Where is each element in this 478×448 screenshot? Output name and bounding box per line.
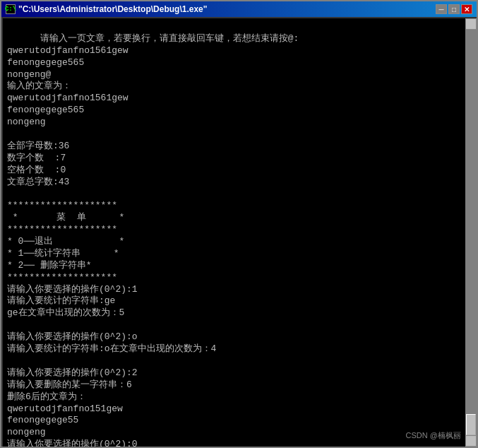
- scrollbar[interactable]: ▲ ▼: [465, 18, 477, 447]
- console-line-25: 请输入你要选择的操作(0^2):2: [7, 367, 138, 378]
- scroll-up-button[interactable]: ▲: [465, 18, 477, 30]
- title-bar-left: C:\ "C:\Users\Administrator\Desktop\Debu…: [6, 4, 207, 14]
- app-icon: C:\: [6, 4, 16, 14]
- maximize-button[interactable]: □: [448, 4, 460, 14]
- console-line-13: ********************: [7, 200, 117, 211]
- close-button[interactable]: ✕: [461, 4, 472, 14]
- console-line-3: fenongegege565: [7, 57, 84, 68]
- console-line-19: ********************: [7, 272, 117, 283]
- console-line-16: * 0──退出 *: [7, 236, 124, 247]
- console-line-11: 空格个数 :0: [7, 165, 66, 175]
- scroll-thumb[interactable]: [466, 414, 476, 435]
- console-line-6: qwerutodjfanfno1561gew: [7, 93, 129, 103]
- console-line-12: 文章总字数:43: [7, 177, 69, 187]
- scroll-down-button[interactable]: ▼: [465, 435, 477, 447]
- scroll-track[interactable]: [465, 30, 477, 435]
- window-title: "C:\Users\Administrator\Desktop\Debug\1.…: [18, 4, 207, 14]
- console-line-20: 请输入你要选择的操作(0^2):1: [7, 284, 138, 295]
- console-line-26: 请输入要删除的某一字符串：6: [7, 379, 132, 390]
- console-line-14: * 菜 单 *: [7, 212, 124, 223]
- console-line-15: ********************: [7, 224, 117, 235]
- console-line-23: 请输入你要选择的操作(0^2):o: [7, 331, 138, 342]
- console-line-29: fenongegege55: [7, 415, 78, 425]
- console-output: 请输入一页文章，若要换行，请直接敲回车键，若想结束请按@: qwerutodjf…: [7, 21, 472, 447]
- console-line-10: 数字个数 :7: [7, 153, 66, 163]
- console-line-2: qwerutodjfanfno1561gew: [7, 45, 129, 56]
- console-line-30: nongeng: [7, 427, 46, 437]
- console-line-5: 输入的文章为：: [7, 81, 71, 91]
- console-line-18: * 2── 删除字符串*: [7, 260, 92, 271]
- console-line-24: 请输入要统计的字符串:o在文章中出现的次数为：4: [7, 343, 216, 354]
- console-line-21: 请输入要统计的字符串:ge: [7, 295, 115, 306]
- console-area: 请输入一页文章，若要换行，请直接敲回车键，若想结束请按@: qwerutodjf…: [1, 17, 477, 447]
- title-bar: C:\ "C:\Users\Administrator\Desktop\Debu…: [1, 1, 477, 17]
- console-line-4: nongeng@: [7, 69, 51, 80]
- minimize-button[interactable]: ─: [436, 4, 447, 14]
- console-line-22: ge在文章中出现的次数为：5: [7, 307, 124, 318]
- console-line-31: 请输入你要选择的操作(0^2):0: [7, 439, 138, 447]
- console-line-17: * 1──统计字符串 *: [7, 248, 119, 259]
- console-line-7: fenongegege565: [7, 105, 84, 115]
- console-line-1: 请输入一页文章，若要换行，请直接敲回车键，若想结束请按@:: [40, 33, 299, 44]
- window: C:\ "C:\Users\Administrator\Desktop\Debu…: [0, 0, 478, 448]
- console-line-9: 全部字母数:36: [7, 141, 69, 151]
- console-line-28: qwerutodjfanfno151gew: [7, 403, 123, 414]
- window-controls: ─ □ ✕: [436, 4, 472, 14]
- console-line-27: 删除6后的文章为：: [7, 391, 86, 402]
- watermark: CSDN @楠枫丽: [406, 430, 461, 441]
- console-line-8: nongeng: [7, 117, 46, 127]
